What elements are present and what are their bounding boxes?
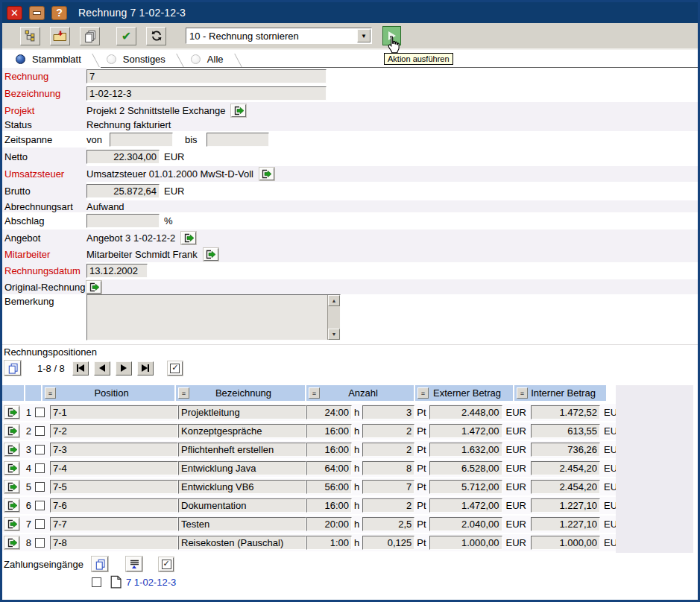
goto-position-button[interactable] (4, 425, 19, 437)
scroll-up-icon[interactable]: ▲ (328, 295, 340, 306)
copy-button[interactable] (80, 27, 100, 45)
zeit-input[interactable] (306, 536, 352, 550)
position-input[interactable] (50, 424, 178, 438)
interner-betrag-input[interactable] (531, 461, 600, 475)
menge-input[interactable] (362, 498, 414, 513)
column-menu-icon[interactable]: ≡ (45, 387, 56, 399)
select-all-positions-button[interactable] (168, 361, 183, 376)
goto-position-button[interactable] (4, 536, 19, 549)
externer-betrag-input[interactable] (429, 443, 502, 457)
externer-betrag-input[interactable] (429, 480, 502, 494)
bezeichnung-input[interactable] (178, 517, 306, 531)
position-checkbox[interactable] (35, 426, 45, 436)
zeit-input[interactable] (306, 461, 352, 475)
goto-position-button[interactable] (4, 462, 19, 475)
zeit-input[interactable] (306, 480, 352, 494)
goto-mitarbeiter-button[interactable] (204, 248, 218, 261)
bezeichnung-input[interactable] (178, 480, 306, 494)
goto-position-button[interactable] (4, 481, 19, 493)
copy-rows-button[interactable] (4, 361, 21, 376)
prev-page-button[interactable] (94, 361, 110, 376)
last-page-button[interactable] (137, 361, 154, 376)
tab-sonstiges[interactable]: Sonstiges (101, 53, 185, 68)
bezeichnung-input[interactable] (86, 86, 327, 101)
position-checkbox[interactable] (35, 463, 45, 473)
payment-link[interactable]: 7 1-02-12-3 (126, 577, 176, 588)
column-menu-icon[interactable]: ≡ (178, 387, 189, 399)
action-select[interactable]: 10 - Rechnung stornieren ▼ (186, 28, 372, 44)
scroll-down-icon[interactable]: ▼ (328, 329, 340, 340)
interner-betrag-input[interactable] (531, 443, 600, 457)
zeit-input[interactable] (306, 498, 352, 513)
zeit-input[interactable] (306, 443, 352, 457)
brutto-input[interactable] (86, 184, 160, 198)
chevron-down-icon[interactable]: ▼ (357, 29, 371, 42)
position-input[interactable] (50, 443, 178, 457)
bemerkung-textarea[interactable]: ▲ ▼ (86, 294, 341, 340)
rechnung-input[interactable] (86, 69, 327, 83)
menge-input[interactable] (362, 536, 414, 550)
tree-view-button[interactable] (20, 27, 40, 45)
tab-stammblatt[interactable]: Stammblatt (10, 53, 101, 68)
position-checkbox[interactable] (35, 519, 45, 529)
netto-input[interactable] (86, 150, 160, 164)
close-icon[interactable]: ✕ (7, 6, 22, 20)
goto-projekt-button[interactable] (231, 104, 246, 117)
scrollbar[interactable]: ▲ ▼ (327, 295, 340, 340)
position-input[interactable] (50, 461, 178, 475)
interner-betrag-input[interactable] (531, 405, 600, 419)
window-icon[interactable] (29, 6, 45, 20)
position-checkbox[interactable] (35, 538, 45, 548)
goto-original-rechnung-button[interactable] (86, 281, 101, 294)
interner-betrag-input[interactable] (531, 424, 600, 438)
rechnungsdatum-input[interactable] (86, 264, 148, 278)
position-checkbox[interactable] (35, 408, 45, 417)
externer-betrag-input[interactable] (429, 461, 502, 475)
interner-betrag-input[interactable] (531, 498, 600, 513)
bezeichnung-input[interactable] (178, 443, 306, 457)
next-page-button[interactable] (116, 361, 132, 376)
open-import-button[interactable] (50, 27, 70, 45)
externer-betrag-input[interactable] (429, 405, 502, 419)
interner-betrag-input[interactable] (531, 536, 600, 550)
position-input[interactable] (50, 536, 178, 550)
position-input[interactable] (50, 517, 178, 531)
bezeichnung-input[interactable] (178, 461, 306, 475)
goto-position-button[interactable] (4, 443, 19, 456)
payments-select-all-button[interactable] (159, 557, 174, 571)
column-menu-icon[interactable]: ≡ (517, 387, 528, 399)
goto-position-button[interactable] (4, 499, 19, 512)
externer-betrag-input[interactable] (429, 498, 502, 513)
first-page-button[interactable] (72, 361, 89, 376)
goto-umsatzsteuer-button[interactable] (259, 168, 274, 180)
bezeichnung-input[interactable] (178, 405, 306, 419)
select-all-checkbox[interactable] (170, 364, 180, 373)
position-checkbox[interactable] (35, 482, 45, 492)
goto-angebot-button[interactable] (181, 232, 196, 244)
tab-alle[interactable]: Alle (185, 53, 243, 68)
goto-position-button[interactable] (4, 518, 19, 530)
refresh-button[interactable] (146, 27, 166, 45)
abschlag-input[interactable] (86, 214, 160, 228)
menge-input[interactable] (362, 405, 414, 419)
help-icon[interactable]: ? (51, 6, 67, 20)
payments-select-all-checkbox[interactable] (162, 560, 171, 569)
menge-input[interactable] (362, 443, 414, 457)
zeit-input[interactable] (306, 424, 352, 438)
payments-sort-button[interactable] (126, 557, 142, 571)
bezeichnung-input[interactable] (178, 424, 306, 438)
externer-betrag-input[interactable] (429, 424, 502, 438)
zeitspanne-bis-input[interactable] (206, 133, 269, 147)
bezeichnung-input[interactable] (178, 498, 306, 513)
confirm-button[interactable]: ✔ (116, 27, 136, 45)
menge-input[interactable] (362, 480, 414, 494)
bezeichnung-input[interactable] (178, 536, 306, 550)
position-input[interactable] (50, 498, 178, 513)
position-checkbox[interactable] (35, 445, 45, 454)
column-menu-icon[interactable]: ≡ (417, 387, 429, 399)
externer-betrag-input[interactable] (429, 517, 502, 531)
menge-input[interactable] (362, 424, 414, 438)
interner-betrag-input[interactable] (531, 517, 600, 531)
position-checkbox[interactable] (35, 501, 45, 510)
externer-betrag-input[interactable] (429, 536, 502, 550)
